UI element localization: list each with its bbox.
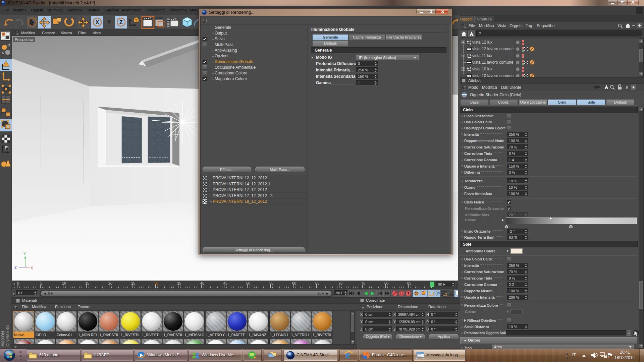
svg-text:?: ?	[407, 292, 410, 296]
svg-text:0: 0	[470, 67, 471, 70]
svg-text:Z: Z	[14, 265, 17, 269]
svg-text:Y: Y	[23, 252, 26, 256]
svg-text:X: X	[31, 266, 33, 270]
svg-text:8: 8	[626, 85, 628, 90]
svg-text:Z: Z	[119, 19, 123, 25]
svg-text:0: 0	[470, 53, 471, 56]
svg-text:0: 0	[470, 40, 471, 43]
svg-text:Y: Y	[107, 19, 111, 25]
svg-text:P: P	[437, 292, 440, 296]
svg-text:X: X	[96, 19, 99, 25]
